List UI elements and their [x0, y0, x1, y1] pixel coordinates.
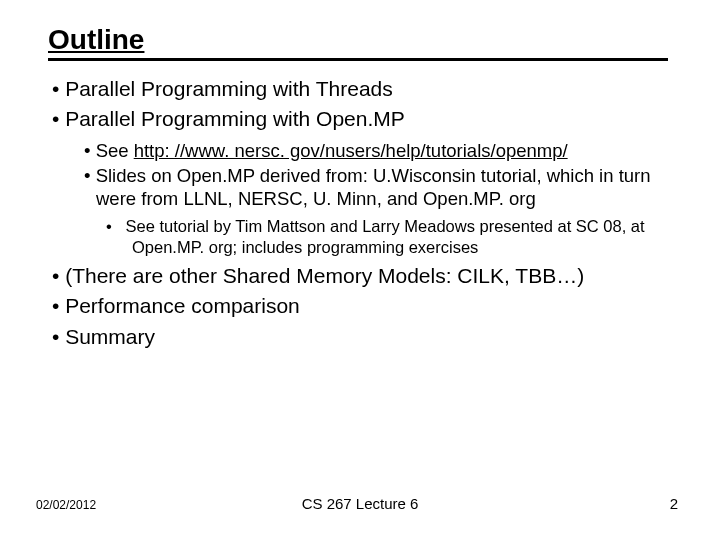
- slide-number: 2: [670, 495, 678, 512]
- bullet-mattson-text: See tutorial by Tim Mattson and Larry Me…: [126, 217, 645, 256]
- bullet-other-models-text: (There are other Shared Memory Models: C…: [65, 264, 584, 287]
- bullet-threads-text: Parallel Programming with Threads: [65, 77, 393, 100]
- footer-lecture: CS 267 Lecture 6: [0, 495, 720, 512]
- bullet-slides-derived-text: Slides on Open.MP derived from: U.Wiscon…: [96, 165, 651, 209]
- bullet-slides-derived: Slides on Open.MP derived from: U.Wiscon…: [84, 164, 668, 210]
- bullet-openmp-text: Parallel Programming with Open.MP: [65, 107, 405, 130]
- bullet-performance: Performance comparison: [52, 293, 668, 319]
- bullet-summary: Summary: [52, 324, 668, 350]
- bullet-mattson-tutorial: See tutorial by Tim Mattson and Larry Me…: [106, 216, 668, 257]
- slide-title: Outline: [48, 24, 144, 56]
- bullet-see-link: See http: //www. nersc. gov/nusers/help/…: [84, 139, 668, 162]
- openmp-tutorial-link[interactable]: http: //www. nersc. gov/nusers/help/tuto…: [134, 140, 568, 161]
- bullet-performance-text: Performance comparison: [65, 294, 300, 317]
- bullet-summary-text: Summary: [65, 325, 155, 348]
- see-prefix: See: [96, 140, 134, 161]
- title-bar: Outline: [48, 24, 668, 61]
- slide-body: Parallel Programming with Threads Parall…: [52, 76, 668, 354]
- bullet-other-models: (There are other Shared Memory Models: C…: [52, 263, 668, 289]
- bullet-openmp: Parallel Programming with Open.MP: [52, 106, 668, 132]
- bullet-threads: Parallel Programming with Threads: [52, 76, 668, 102]
